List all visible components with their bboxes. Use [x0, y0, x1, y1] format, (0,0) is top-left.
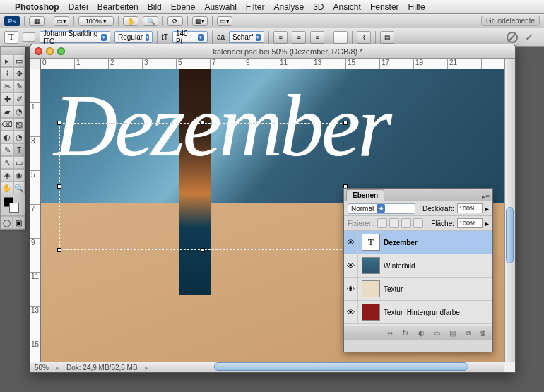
horizontal-ruler[interactable]: 0123579111315171921: [41, 59, 504, 69]
visibility-toggle-icon[interactable]: 👁: [344, 301, 358, 324]
color-swatches[interactable]: [1, 194, 25, 215]
layer-thumb[interactable]: [362, 280, 380, 297]
vertical-scrollbar[interactable]: [504, 59, 515, 362]
font-size-select[interactable]: 140 Pt▾: [172, 31, 208, 43]
brush-tool[interactable]: ✐: [13, 93, 25, 105]
dodge-tool[interactable]: ◔: [13, 131, 25, 143]
visibility-toggle-icon[interactable]: 👁: [344, 278, 358, 301]
eraser-tool[interactable]: ⌫: [1, 118, 13, 131]
quickmask-mode-button[interactable]: ▣: [13, 216, 25, 229]
menu-ansicht[interactable]: Ansicht: [333, 2, 361, 12]
menu-bearbeiten[interactable]: Bearbeiten: [97, 2, 138, 12]
panel-menu-icon[interactable]: ▸≡: [482, 193, 490, 201]
layer-name[interactable]: Dezember: [384, 239, 418, 247]
layer-row[interactable]: 👁 Textur: [344, 278, 492, 301]
antialias-select[interactable]: Scharf▾: [229, 31, 264, 43]
menu-filter[interactable]: Filter: [246, 2, 265, 12]
history-brush-tool[interactable]: ◔: [13, 105, 25, 118]
layer-name[interactable]: Textur_Hintergrundfarbe: [384, 309, 460, 316]
warp-text-button[interactable]: ⌇: [357, 31, 371, 44]
zoom-window-button[interactable]: [57, 47, 65, 55]
menu-datei[interactable]: Datei: [69, 2, 88, 12]
align-right-button[interactable]: ≡: [310, 31, 324, 44]
layer-row[interactable]: 👁 Winterbild: [344, 254, 492, 278]
lock-position-button[interactable]: [401, 218, 411, 228]
crop-tool[interactable]: ✂: [1, 80, 13, 93]
layer-thumb[interactable]: [362, 304, 380, 321]
adjustment-icon[interactable]: ▭: [432, 329, 442, 337]
arrange-documents-button[interactable]: ▦▾: [192, 16, 208, 26]
opacity-input[interactable]: 100%: [457, 203, 483, 213]
doc-size-readout[interactable]: Dok: 24,9 MB/52,6 MB: [66, 364, 138, 372]
blend-mode-select[interactable]: Normal◆: [348, 203, 415, 214]
close-window-button[interactable]: [35, 47, 42, 55]
text-color-swatch[interactable]: [333, 31, 348, 44]
type-tool[interactable]: T: [13, 143, 25, 156]
stamp-tool[interactable]: ▰: [1, 105, 13, 118]
document-titlebar[interactable]: kalender.psd bei 50% (Dezember, RGB/8) *: [30, 44, 515, 59]
zoom-level-select[interactable]: 100% ▾: [78, 16, 114, 26]
rotate-view-button[interactable]: ⟳: [167, 16, 183, 26]
hand-tool[interactable]: ✋: [1, 182, 13, 194]
cancel-edits-icon[interactable]: [507, 32, 518, 43]
fill-input[interactable]: 100%: [457, 218, 483, 228]
healing-tool[interactable]: ✚: [1, 93, 13, 105]
zoom-tool-button[interactable]: 🔍: [143, 16, 158, 26]
layer-thumb[interactable]: T: [362, 234, 380, 251]
transform-bounding-box[interactable]: [59, 123, 345, 250]
commit-edits-icon[interactable]: ✓: [525, 31, 534, 44]
menu-ebene[interactable]: Ebene: [171, 2, 196, 12]
app-name[interactable]: Photoshop: [15, 2, 59, 12]
view-extras-button[interactable]: ▭▾: [54, 16, 69, 26]
eyedropper-tool[interactable]: ✎: [13, 80, 25, 93]
pen-tool[interactable]: ✎: [1, 143, 13, 156]
lock-pixels-button[interactable]: [389, 218, 399, 228]
zoom-readout[interactable]: 50%: [35, 364, 49, 372]
font-family-select[interactable]: Johann Sparkling ITC▾: [40, 31, 110, 43]
menu-analyse[interactable]: Analyse: [273, 2, 304, 12]
marquee-tool[interactable]: ▭: [13, 54, 25, 67]
menu-fenster[interactable]: Fenster: [370, 2, 399, 12]
vertical-scroll-thumb[interactable]: [506, 207, 514, 263]
standard-mode-button[interactable]: ◯: [1, 216, 13, 229]
layer-row[interactable]: 👁 Textur_Hintergrundfarbe: [344, 301, 492, 324]
menu-bild[interactable]: Bild: [148, 2, 162, 12]
3d-tool[interactable]: ◈: [1, 169, 13, 182]
minimize-window-button[interactable]: [46, 47, 54, 55]
lock-all-button[interactable]: [413, 218, 423, 228]
workspace-switcher[interactable]: Grundelemente: [481, 16, 540, 26]
visibility-toggle-icon[interactable]: 👁: [344, 254, 358, 278]
link-layers-icon[interactable]: ⇔: [385, 329, 395, 337]
layer-name[interactable]: Winterbild: [384, 262, 415, 270]
lasso-tool[interactable]: ⌇: [1, 67, 13, 80]
text-orientation-button[interactable]: [23, 32, 35, 42]
tool-preset-button[interactable]: T: [4, 31, 18, 44]
align-left-button[interactable]: ≡: [273, 31, 288, 44]
group-icon[interactable]: ▤: [447, 329, 457, 337]
layer-thumb[interactable]: [362, 257, 380, 274]
background-color[interactable]: [9, 203, 19, 213]
ruler-origin[interactable]: [30, 59, 41, 69]
menu-auswahl[interactable]: Auswahl: [204, 2, 236, 12]
layer-name[interactable]: Textur: [384, 285, 403, 293]
tools-panel-grip[interactable]: [1, 47, 25, 54]
visibility-toggle-icon[interactable]: 👁: [344, 231, 358, 254]
quick-select-tool[interactable]: ✥: [13, 67, 25, 80]
screen-mode-button[interactable]: ▭▾: [217, 16, 232, 26]
mask-icon[interactable]: ◐: [416, 329, 426, 337]
horizontal-scrollbar[interactable]: [214, 362, 468, 371]
align-center-button[interactable]: ≡: [292, 31, 306, 44]
hand-tool-button[interactable]: ✋: [123, 16, 138, 26]
lock-transparency-button[interactable]: [377, 218, 387, 228]
zoom-tool[interactable]: 🔍: [13, 182, 25, 194]
new-layer-icon[interactable]: ⧉: [463, 329, 473, 338]
character-panel-button[interactable]: ▤: [380, 31, 394, 44]
menu-3d[interactable]: 3D: [313, 2, 324, 12]
ps-logo-icon[interactable]: Ps: [4, 16, 20, 26]
layer-row[interactable]: 👁 T Dezember: [344, 231, 492, 254]
fx-icon[interactable]: fx: [401, 329, 410, 337]
path-select-tool[interactable]: ↖: [1, 156, 13, 169]
font-style-select[interactable]: Regular▾: [114, 31, 153, 43]
menu-hilfe[interactable]: Hilfe: [408, 2, 425, 12]
blur-tool[interactable]: ◐: [1, 131, 13, 143]
